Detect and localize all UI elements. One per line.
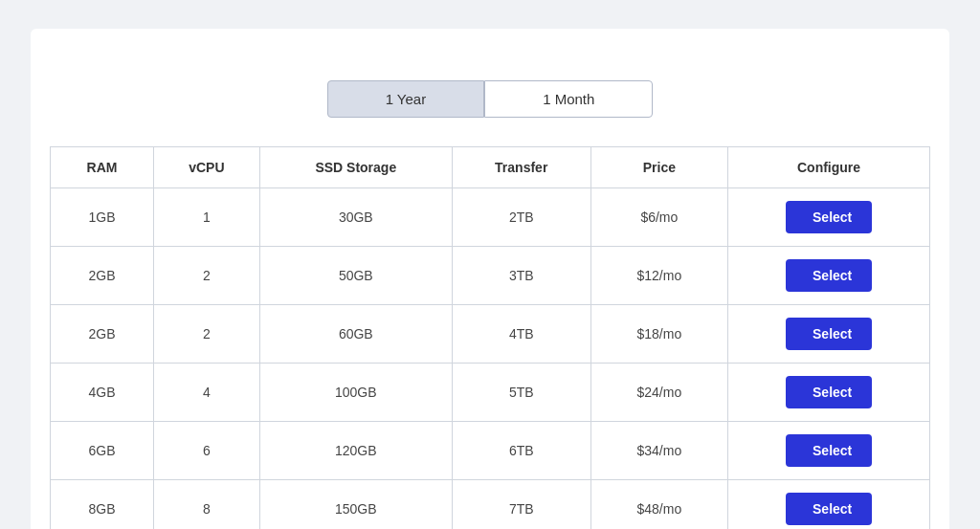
select-button-row-0[interactable]: Select [786, 201, 872, 233]
configure-cell-row-2: Select [728, 305, 930, 364]
table-row: 2GB260GB4TB$18/moSelect [51, 305, 930, 364]
table-row: 4GB4100GB5TB$24/moSelect [51, 364, 930, 422]
cell-3-row-4: 6TB [452, 422, 590, 480]
configure-cell-row-5: Select [728, 480, 930, 530]
cell-0-row-5: 8GB [51, 480, 154, 530]
col-configure: Configure [728, 147, 930, 188]
cell-4-row-0: $6/mo [590, 188, 727, 247]
cell-4-row-1: $12/mo [590, 247, 727, 305]
plans-table: RAM vCPU SSD Storage Transfer Price Conf… [50, 146, 930, 529]
cell-0-row-3: 4GB [51, 364, 154, 422]
configure-cell-row-1: Select [728, 247, 930, 305]
cell-1-row-0: 1 [153, 188, 259, 247]
col-vcpu: vCPU [153, 147, 259, 188]
cell-3-row-2: 4TB [452, 305, 590, 364]
configure-cell-row-0: Select [728, 188, 930, 247]
cell-2-row-5: 150GB [259, 480, 452, 530]
cell-3-row-5: 7TB [452, 480, 590, 530]
table-row: 6GB6120GB6TB$34/moSelect [51, 422, 930, 480]
col-price: Price [590, 147, 727, 188]
cell-3-row-1: 3TB [452, 247, 590, 305]
cell-2-row-1: 50GB [259, 247, 452, 305]
main-container: 1 Year 1 Month RAM vCPU SSD Storage Tran… [31, 29, 949, 529]
billing-1year-button[interactable]: 1 Year [327, 80, 485, 118]
cell-1-row-2: 2 [153, 305, 259, 364]
cell-0-row-4: 6GB [51, 422, 154, 480]
table-row: 1GB130GB2TB$6/moSelect [51, 188, 930, 247]
table-header-row: RAM vCPU SSD Storage Transfer Price Conf… [51, 147, 930, 188]
cell-2-row-3: 100GB [259, 364, 452, 422]
cell-4-row-5: $48/mo [590, 480, 727, 530]
select-button-row-3[interactable]: Select [786, 376, 872, 408]
cell-0-row-0: 1GB [51, 188, 154, 247]
billing-1month-button[interactable]: 1 Month [484, 80, 653, 118]
select-button-row-1[interactable]: Select [786, 259, 872, 292]
cell-4-row-4: $34/mo [590, 422, 727, 480]
select-button-row-4[interactable]: Select [786, 434, 872, 467]
cell-0-row-2: 2GB [51, 305, 154, 364]
cell-1-row-3: 4 [153, 364, 259, 422]
col-ssd: SSD Storage [259, 147, 452, 188]
table-row: 2GB250GB3TB$12/moSelect [51, 247, 930, 305]
cell-1-row-1: 2 [153, 247, 259, 305]
cell-4-row-3: $24/mo [590, 364, 727, 422]
cell-2-row-0: 30GB [259, 188, 452, 247]
select-button-row-5[interactable]: Select [786, 493, 872, 525]
cell-1-row-5: 8 [153, 480, 259, 530]
col-ram: RAM [51, 147, 154, 188]
configure-cell-row-3: Select [728, 364, 930, 422]
cell-2-row-2: 60GB [259, 305, 452, 364]
configure-cell-row-4: Select [728, 422, 930, 480]
table-header: RAM vCPU SSD Storage Transfer Price Conf… [51, 147, 930, 188]
table-body: 1GB130GB2TB$6/moSelect2GB250GB3TB$12/moS… [51, 188, 930, 530]
col-transfer: Transfer [452, 147, 590, 188]
cell-0-row-1: 2GB [51, 247, 154, 305]
cell-2-row-4: 120GB [259, 422, 452, 480]
cell-1-row-4: 6 [153, 422, 259, 480]
cell-3-row-0: 2TB [452, 188, 590, 247]
table-row: 8GB8150GB7TB$48/moSelect [51, 480, 930, 530]
cell-4-row-2: $18/mo [590, 305, 727, 364]
select-button-row-2[interactable]: Select [786, 318, 872, 350]
cell-3-row-3: 5TB [452, 364, 590, 422]
billing-toggle: 1 Year 1 Month [50, 80, 930, 118]
